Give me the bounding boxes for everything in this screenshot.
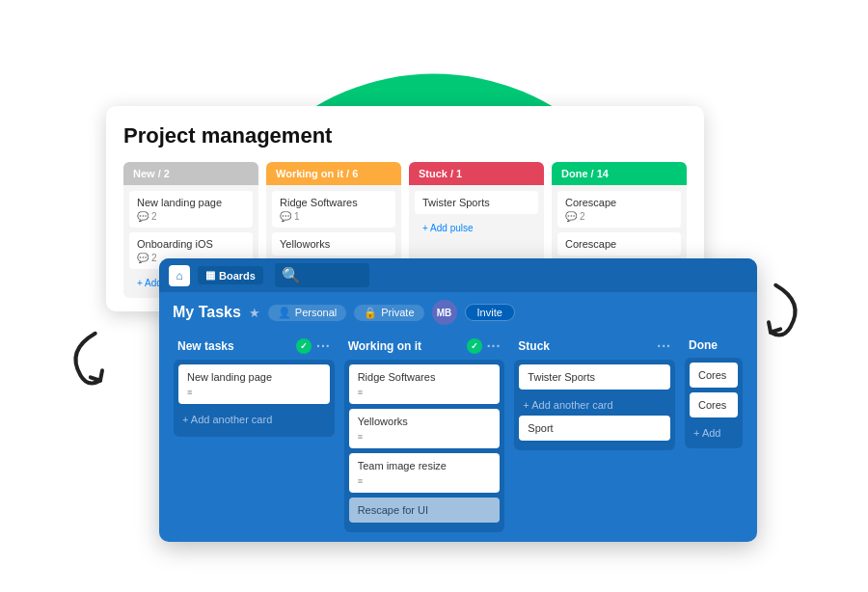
card-text: Yelloworks — [358, 416, 408, 427]
card-menu-icon: ≡ — [358, 432, 363, 442]
comment-count: 1 — [294, 211, 300, 222]
col-stuck-header: Stuck / 1 — [409, 162, 544, 185]
card-text: Onboarding iOS — [137, 238, 213, 250]
card-text: Twister Sports — [528, 371, 595, 383]
comment-icon: 💬 — [565, 211, 577, 222]
search-icon: 🔍 — [282, 266, 301, 284]
search-bar[interactable]: 🔍 — [275, 263, 369, 287]
col-done-title: Done — [689, 338, 718, 352]
card-text: New landing page — [187, 371, 272, 383]
col-working-title: Working on it — [348, 339, 421, 353]
front-header: My Tasks ★ 👤 Personal 🔒 Private MB Invit… — [159, 292, 757, 333]
col-new-tasks-body: New landing page ≡ + Add another card — [174, 360, 335, 437]
invite-button[interactable]: Invite — [465, 304, 515, 321]
column-menu-icon[interactable]: ··· — [657, 338, 671, 354]
card-text: Twister Sports — [422, 197, 490, 208]
arrow-left-icon — [53, 318, 136, 405]
comment-icon: 💬 — [137, 211, 149, 222]
table-row[interactable]: Team image resize ≡ — [349, 453, 501, 493]
column-menu-icon[interactable]: ··· — [487, 338, 502, 354]
search-input[interactable] — [305, 270, 363, 282]
col-stuck: Stuck ··· Twister Sports + Add another c… — [514, 333, 675, 532]
table-row: New landing page 💬2 — [129, 191, 253, 228]
col-done-header: Done — [685, 333, 743, 358]
status-indicator — [296, 338, 312, 354]
comment-count: 2 — [580, 211, 585, 222]
card-text: Team image resize — [358, 460, 447, 471]
table-row: Yelloworks — [272, 232, 395, 256]
boards-button[interactable]: ▦ Boards — [198, 266, 263, 284]
table-row: Corescape — [557, 232, 681, 256]
front-topbar: ⌂ ▦ Boards 🔍 — [159, 258, 757, 292]
table-row: Corescape 💬2 — [557, 191, 681, 228]
card-text: Corescape — [565, 197, 616, 208]
add-card-button[interactable]: + Add another card — [519, 394, 670, 416]
table-row: Ridge Softwares 💬1 — [272, 191, 395, 228]
col-working-on-it: Working on it ··· Ridge Softwares ≡ Yell… — [344, 333, 505, 532]
status-indicator — [467, 338, 482, 354]
card-text: Cores — [698, 369, 726, 381]
card-text: Rescape for UI — [358, 504, 428, 516]
back-panel-title: Project management — [123, 123, 687, 148]
table-row[interactable]: Twister Sports — [519, 364, 670, 390]
col-done: Done Cores Cores + Add — [685, 333, 743, 532]
card-text: Cores — [698, 399, 726, 411]
personal-icon: 👤 — [278, 307, 291, 319]
comment-count: 2 — [151, 253, 157, 263]
lock-icon: 🔒 — [364, 307, 377, 319]
personal-tag[interactable]: 👤 Personal — [268, 305, 346, 321]
add-pulse-btn[interactable]: + Add pulse — [415, 219, 538, 237]
table-row[interactable]: Rescape for UI — [349, 498, 501, 523]
sport-card[interactable]: Sport — [519, 416, 670, 441]
private-label: Private — [381, 307, 414, 318]
card-text: Corescape — [565, 238, 616, 250]
col-stuck-body: Twister Sports + Add another card Sport — [514, 360, 675, 450]
card-text: Yelloworks — [280, 238, 330, 250]
col-done-header: Done / 14 — [552, 162, 687, 185]
avatar-initials: MB — [437, 308, 452, 318]
personal-label: Personal — [295, 307, 337, 318]
col-new-tasks: New tasks ··· New landing page ≡ + Add a… — [174, 333, 335, 532]
table-row[interactable]: Ridge Softwares ≡ — [349, 364, 501, 404]
card-menu-icon: ≡ — [187, 388, 192, 397]
board-title: My Tasks — [173, 304, 241, 321]
card-text: Ridge Softwares — [280, 197, 358, 208]
col-done-body: Cores Cores + Add — [685, 358, 743, 448]
favorite-icon[interactable]: ★ — [249, 306, 260, 320]
boards-label: Boards — [219, 270, 256, 282]
card-text: Ridge Softwares — [358, 371, 436, 383]
col-new-header: New / 2 — [123, 162, 258, 185]
comment-count: 2 — [151, 211, 157, 222]
col-new-tasks-header: New tasks ··· — [174, 333, 335, 360]
private-tag[interactable]: 🔒 Private — [354, 305, 423, 321]
card-menu-icon: ≡ — [358, 388, 363, 397]
col-working-controls: ··· — [467, 338, 502, 354]
home-icon[interactable]: ⌂ — [169, 265, 190, 286]
table-row[interactable]: New landing page ≡ — [178, 364, 330, 404]
comment-icon: 💬 — [137, 253, 149, 263]
kanban-front: New tasks ··· New landing page ≡ + Add a… — [159, 333, 757, 542]
add-card-button[interactable]: + Add — [690, 422, 738, 444]
col-stuck-header: Stuck ··· — [514, 333, 675, 360]
table-row[interactable]: Cores — [690, 363, 738, 388]
col-working-header: Working on it ··· — [344, 333, 505, 360]
col-working-body: Ridge Softwares ≡ Yelloworks ≡ Team imag… — [344, 360, 505, 532]
front-panel: ⌂ ▦ Boards 🔍 My Tasks ★ 👤 Personal 🔒 Pri… — [159, 258, 757, 542]
table-row[interactable]: Cores — [690, 392, 738, 417]
sport-text: Sport — [528, 422, 553, 434]
column-menu-icon[interactable]: ··· — [316, 338, 331, 354]
col-stuck-title: Stuck — [518, 339, 550, 353]
card-text: New landing page — [137, 197, 222, 208]
col-stuck-controls: ··· — [657, 338, 671, 354]
table-row: Twister Sports — [415, 191, 538, 214]
col-new-tasks-controls: ··· — [296, 338, 331, 354]
col-working-header: Working on it / 6 — [266, 162, 401, 185]
card-menu-icon: ≡ — [358, 476, 363, 486]
table-row[interactable]: Yelloworks ≡ — [349, 409, 501, 448]
comment-icon: 💬 — [280, 211, 291, 222]
add-card-button[interactable]: + Add another card — [178, 409, 330, 430]
col-new-tasks-title: New tasks — [177, 339, 234, 353]
boards-grid-icon: ▦ — [205, 269, 215, 282]
avatar: MB — [432, 300, 457, 325]
